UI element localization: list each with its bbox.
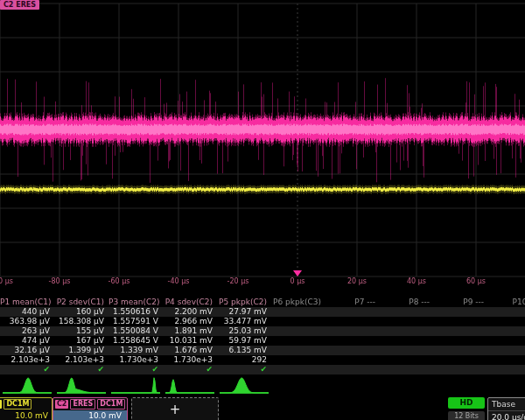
param-value: 2.103e+3 (54, 355, 108, 365)
param-value (434, 355, 488, 365)
time-axis-label: -20 µs (228, 277, 249, 285)
param-status-check-icon: ✔ (54, 365, 108, 374)
c2-coupling-chip: DC1M (97, 399, 125, 410)
hd-mode-badge[interactable]: HD (448, 397, 485, 409)
param-value (326, 355, 380, 365)
param-header[interactable]: P9 --- (434, 297, 488, 307)
param-value: 155 µV (54, 326, 108, 336)
param-value (271, 307, 326, 317)
timebase-title: Tbase (488, 398, 525, 411)
time-axis: -100 µs-80 µs-60 µs-40 µs-20 µs0 µs20 µs… (0, 277, 525, 290)
param-value: 59.97 mV (217, 336, 271, 346)
param-value: 1.891 mV (163, 326, 217, 336)
histicon-p5[interactable] (220, 375, 269, 396)
time-axis-label: 40 µs (407, 277, 426, 285)
param-status-check-icon: ✔ (0, 365, 54, 374)
param-value (326, 307, 380, 317)
param-value: 6.135 mV (217, 346, 271, 355)
param-status-check-icon (488, 365, 525, 374)
param-value (380, 326, 434, 336)
param-value (271, 317, 326, 326)
measure-column-p8: P8 --- (380, 297, 434, 374)
param-header[interactable]: P3 mean(C2) (108, 297, 163, 307)
measure-column-p1: P1 mean(C1)440 µV363.98 µV263 µV474 µV32… (0, 297, 54, 374)
time-axis-label: 0 µs (290, 277, 305, 285)
time-axis-label: -100 µs (0, 277, 13, 285)
waveform-grid: C2 ERES (0, 0, 525, 290)
measure-column-p3: P3 mean(C2)1.550616 V1.557591 V1.550084 … (108, 297, 163, 374)
histicon-strip (0, 375, 525, 396)
param-status-check-icon (434, 365, 488, 374)
param-value: 1.550084 V (108, 326, 163, 336)
c1-vertical-scale: 10.0 mV (0, 410, 52, 420)
c2-eres-chip: ERES (70, 399, 95, 410)
param-status-check-icon (271, 365, 326, 374)
param-value: 1.399 µV (54, 346, 108, 355)
param-header[interactable]: P1 mean(C1) (0, 297, 54, 307)
param-header[interactable]: P6 pkpk(C3) (271, 297, 326, 307)
histicon-p3[interactable] (111, 375, 160, 396)
param-value (488, 317, 525, 326)
time-axis-label: 60 µs (466, 277, 486, 285)
param-header[interactable]: P2 sdev(C1) (54, 297, 108, 307)
param-value (434, 326, 488, 336)
param-value (434, 346, 488, 355)
param-header[interactable]: P7 --- (326, 297, 380, 307)
param-value (380, 317, 434, 326)
param-header[interactable]: P10 --- (488, 297, 525, 307)
c2-channel-chip: C2 (55, 400, 68, 409)
param-value (271, 346, 326, 355)
param-value: 1.676 mV (163, 346, 217, 355)
trigger-position-icon[interactable] (293, 270, 302, 276)
param-status-check-icon: ✔ (217, 365, 271, 374)
time-axis-label: -80 µs (49, 277, 71, 285)
param-value: 32.16 µV (0, 346, 54, 355)
histicon-p2[interactable] (57, 375, 106, 396)
param-header[interactable]: P4 sdev(C2) (163, 297, 217, 307)
param-status-check-icon: ✔ (108, 365, 163, 374)
param-value: 363.98 µV (0, 317, 54, 326)
measure-column-p5: P5 pkpk(C2)27.97 mV33.477 mV25.03 mV59.9… (217, 297, 271, 374)
measure-column-p6: P6 pkpk(C3) (271, 297, 326, 374)
param-status-check-icon (326, 365, 380, 374)
param-value (326, 346, 380, 355)
c1-coupling-chip: DC1M (4, 399, 32, 410)
param-header[interactable]: P5 pkpk(C2) (217, 297, 271, 307)
param-value (488, 336, 525, 346)
c1-descriptor[interactable]: C1 DC1M 10.0 mV (0, 397, 52, 420)
add-trace-button[interactable]: + (131, 397, 219, 420)
param-value (434, 307, 488, 317)
histicon-p4[interactable] (165, 375, 214, 396)
timebase-scale: 20.0 µs/div (488, 411, 525, 420)
param-value: 2.200 mV (163, 307, 217, 317)
param-value: 440 µV (0, 307, 54, 317)
bit-depth-label: 12 Bits (448, 411, 485, 420)
trace-label-c2[interactable]: C2 ERES (0, 0, 39, 10)
param-value (434, 317, 488, 326)
time-axis-label: -40 µs (168, 277, 190, 285)
measure-column-p9: P9 --- (434, 297, 488, 374)
param-value (326, 326, 380, 336)
param-value: 33.477 mV (217, 317, 271, 326)
measure-column-p2: P2 sdev(C1)160 µV158.308 µV155 µV167 µV1… (54, 297, 108, 374)
param-value (380, 346, 434, 355)
histicon-p1[interactable] (3, 375, 52, 396)
param-value: 2.966 mV (163, 317, 217, 326)
param-value: 1.730e+3 (108, 355, 163, 365)
param-value: 263 µV (0, 326, 54, 336)
param-value: 10.031 mV (163, 336, 217, 346)
param-header[interactable]: P8 --- (380, 297, 434, 307)
c2-descriptor[interactable]: C2 ERES DC1M 10.0 mV (52, 397, 128, 420)
param-value (326, 317, 380, 326)
param-value (488, 346, 525, 355)
param-value (271, 336, 326, 346)
param-value (488, 326, 525, 336)
param-value: 160 µV (54, 307, 108, 317)
timebase-descriptor[interactable]: Tbase 20.0 µs/div (487, 397, 525, 420)
param-status-check-icon (380, 365, 434, 374)
time-axis-label: 20 µs (347, 277, 367, 285)
param-value: 27.97 mV (217, 307, 271, 317)
trace-canvas (0, 0, 525, 290)
descriptor-bar: C1 DC1M 10.0 mV C2 ERES DC1M 10.0 mV + H… (0, 396, 525, 420)
param-value (271, 355, 326, 365)
